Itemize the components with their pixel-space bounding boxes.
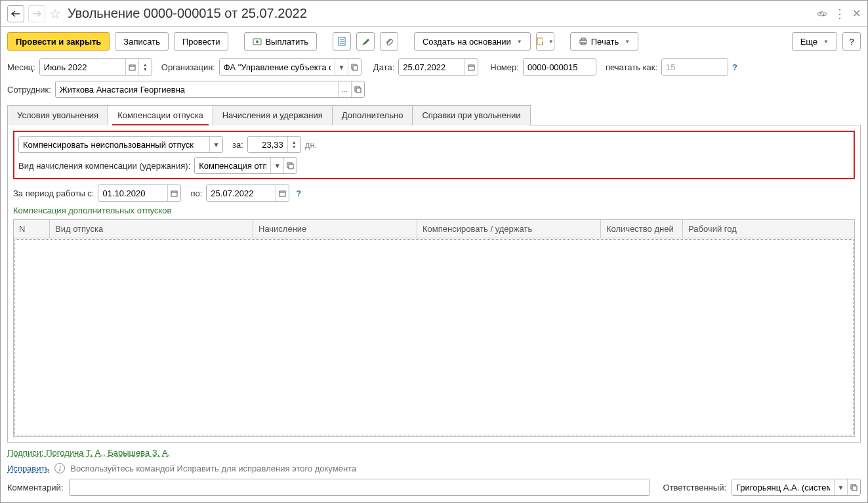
month-calendar-button[interactable] xyxy=(125,59,138,75)
data-transfer-icon-button[interactable] xyxy=(536,32,554,51)
print-as-label: печатать как: xyxy=(606,62,657,72)
svg-rect-20 xyxy=(356,88,361,93)
days-input-group: ▲▼ xyxy=(247,136,301,153)
paperclip-icon xyxy=(384,37,394,46)
table-body[interactable] xyxy=(14,239,854,435)
svg-rect-22 xyxy=(289,164,293,169)
period-from-calendar-button[interactable] xyxy=(167,185,180,201)
save-button[interactable]: Записать xyxy=(115,32,169,51)
post-and-close-button[interactable]: Провести и закрыть xyxy=(7,32,110,51)
highlight-box: ▼ за: ▲▼ дн. Вид начисления компенсации … xyxy=(13,131,855,179)
favorite-star-icon[interactable]: ☆ xyxy=(49,6,61,22)
svg-point-0 xyxy=(818,12,821,15)
comment-input[interactable] xyxy=(70,479,650,495)
link-icon[interactable] xyxy=(817,9,827,19)
calc-type-label: Вид начисления компенсации (удержания): xyxy=(18,161,190,171)
tab-certificates[interactable]: Справки при увольнении xyxy=(412,105,530,125)
attachment-icon-button[interactable] xyxy=(380,32,398,51)
svg-rect-16 xyxy=(353,66,358,70)
days-unit-label: дн. xyxy=(305,140,317,150)
number-input[interactable] xyxy=(524,59,596,75)
svg-rect-23 xyxy=(171,191,177,196)
svg-rect-11 xyxy=(581,38,585,40)
fix-link[interactable]: Исправить xyxy=(7,464,49,473)
nav-back-button[interactable] xyxy=(7,5,24,22)
calendar-icon xyxy=(171,190,178,197)
period-from-input[interactable] xyxy=(98,185,167,201)
calc-type-open-button[interactable] xyxy=(283,158,297,173)
col-vacation-type[interactable]: Вид отпуска xyxy=(50,220,253,238)
more-button[interactable]: Еще xyxy=(792,32,837,51)
employee-open-button[interactable] xyxy=(351,81,364,97)
compensate-dropdown-button[interactable]: ▼ xyxy=(209,137,222,152)
extra-compensation-link[interactable]: Компенсация дополнительных отпусков xyxy=(13,206,171,215)
page-title: Увольнение 0000-000015 от 25.07.2022 xyxy=(68,6,307,21)
col-compensate[interactable]: Компенсировать / удержать xyxy=(417,220,601,238)
col-accrual[interactable]: Начисление xyxy=(253,220,417,238)
comment-label: Комментарий: xyxy=(7,483,64,492)
open-icon xyxy=(351,64,358,71)
close-icon[interactable]: ✕ xyxy=(852,7,861,20)
highlighter-icon xyxy=(361,37,370,46)
arrow-right-icon xyxy=(32,11,41,17)
col-days-count[interactable]: Количество дней xyxy=(601,220,683,238)
tab-conditions[interactable]: Условия увольнения xyxy=(7,105,108,125)
number-label: Номер: xyxy=(490,62,519,72)
date-label: Дата: xyxy=(373,62,394,72)
svg-rect-13 xyxy=(129,65,135,70)
menu-dots-icon[interactable]: ⋮ xyxy=(834,7,846,21)
print-as-input-group xyxy=(661,58,728,76)
responsible-input[interactable] xyxy=(732,479,834,495)
svg-point-3 xyxy=(256,41,258,43)
number-input-group xyxy=(523,58,596,76)
calc-type-input[interactable] xyxy=(195,158,270,173)
employee-input[interactable] xyxy=(56,81,338,97)
org-open-button[interactable] xyxy=(348,59,361,75)
period-to-calendar-button[interactable] xyxy=(276,185,289,201)
period-to-label: по: xyxy=(190,188,202,198)
svg-point-1 xyxy=(823,12,827,15)
days-input[interactable] xyxy=(248,137,287,152)
svg-rect-25 xyxy=(279,191,285,196)
period-help-icon[interactable]: ? xyxy=(296,188,301,198)
print-as-input[interactable] xyxy=(662,59,728,75)
print-button[interactable]: Печать xyxy=(570,32,639,51)
compensation-table: N Вид отпуска Начисление Компенсировать … xyxy=(13,219,855,437)
col-work-year[interactable]: Рабочий год xyxy=(683,220,854,238)
date-input[interactable] xyxy=(399,59,465,75)
org-input[interactable] xyxy=(220,59,335,75)
col-n[interactable]: N xyxy=(14,220,50,238)
month-input[interactable] xyxy=(40,59,125,75)
tab-additional[interactable]: Дополнительно xyxy=(332,105,413,125)
comment-row: Комментарий: Ответственный: ▼ xyxy=(1,476,867,502)
svg-rect-17 xyxy=(468,65,474,70)
org-input-group: ▼ xyxy=(219,58,362,76)
responsible-dropdown-button[interactable]: ▼ xyxy=(834,479,847,495)
period-from-label: За период работы с: xyxy=(13,188,94,198)
highlighter-icon-button[interactable] xyxy=(356,32,375,51)
help-button[interactable]: ? xyxy=(842,32,861,51)
nav-forward-button[interactable] xyxy=(28,5,45,22)
document-icon-button[interactable] xyxy=(333,32,351,51)
pay-button[interactable]: Выплатить xyxy=(244,32,317,51)
post-button[interactable]: Провести xyxy=(174,32,229,51)
signatures-link[interactable]: Подписи: Погодина Т. А., Барышева З. А. xyxy=(7,448,170,458)
tab-accruals[interactable]: Начисления и удержания xyxy=(213,105,333,125)
compensate-dropdown[interactable] xyxy=(19,137,209,152)
tabs: Условия увольнения Компенсации отпуска Н… xyxy=(7,104,861,125)
info-icon: i xyxy=(54,463,65,473)
date-calendar-button[interactable] xyxy=(465,59,478,75)
tab-compensation[interactable]: Компенсации отпуска xyxy=(108,105,213,125)
transfer-icon xyxy=(537,37,543,46)
org-dropdown-button[interactable]: ▼ xyxy=(335,59,348,75)
calc-type-dropdown-button[interactable]: ▼ xyxy=(270,158,283,173)
period-to-input[interactable] xyxy=(207,185,276,201)
create-based-button[interactable]: Создать на основании xyxy=(414,32,531,51)
form-row-2: Сотрудник: ... xyxy=(1,78,867,100)
fix-row: Исправить i Воспользуйтесь командой Испр… xyxy=(1,460,867,476)
month-spinner-button[interactable]: ▲▼ xyxy=(138,59,152,75)
print-as-help-icon[interactable]: ? xyxy=(732,62,737,72)
responsible-open-button[interactable] xyxy=(847,479,860,495)
days-spinner-button[interactable]: ▲▼ xyxy=(287,137,300,152)
employee-select-button[interactable]: ... xyxy=(338,81,351,97)
